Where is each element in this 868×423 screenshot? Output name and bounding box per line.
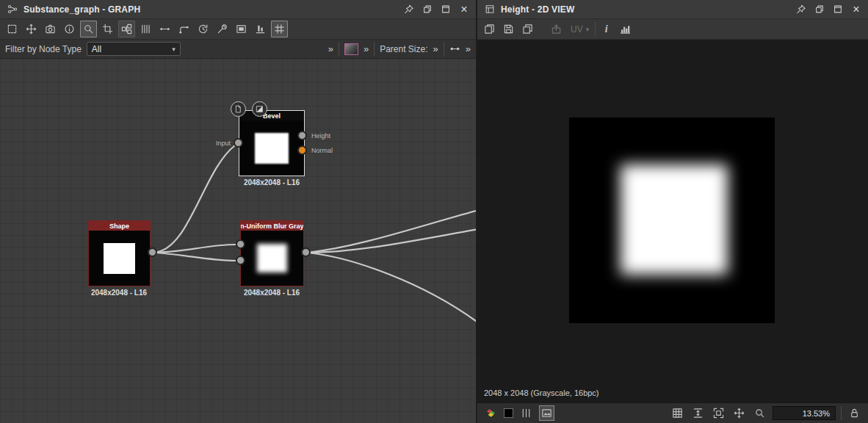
pin-icon[interactable] (404, 4, 414, 15)
bevel-input-label: Input (200, 140, 231, 147)
bevel-output-normal-dot[interactable] (297, 145, 307, 155)
zoom-input[interactable] (773, 406, 836, 420)
blur-input-map-dot[interactable] (236, 256, 245, 265)
close-icon[interactable]: × (851, 4, 861, 15)
filterbar-right-group: » » Parent Size: » » (328, 42, 471, 56)
overflow-chevron[interactable]: » (328, 43, 333, 54)
view-bottombar (477, 402, 868, 423)
pan-view-icon[interactable] (23, 21, 40, 37)
shape-caption: 2048x2048 - L16 (68, 289, 170, 297)
node-shape-title: Shape (89, 221, 150, 231)
link-display-icon[interactable] (118, 21, 135, 37)
grid-snap-icon[interactable] (271, 21, 288, 37)
separator (595, 22, 596, 36)
float-window-icon[interactable] (814, 4, 825, 15)
frame-select-icon[interactable] (4, 21, 21, 37)
node-bevel[interactable]: Bevel (239, 110, 305, 176)
lock-icon[interactable] (847, 405, 862, 421)
connection-elbow-icon[interactable] (176, 21, 192, 37)
blur-input-dot[interactable] (236, 239, 245, 249)
timing-icon[interactable] (195, 21, 211, 37)
node-info-icon[interactable] (61, 21, 78, 37)
background-color-swatch[interactable] (504, 408, 513, 418)
tiling-grid-icon[interactable] (670, 405, 685, 421)
bottombar-right-group (670, 405, 862, 421)
overflow-chevron[interactable]: » (433, 43, 438, 54)
fit-height-icon[interactable] (690, 405, 706, 421)
view-titlebar: Height - 2D VIEW × (477, 0, 868, 19)
blur-output-dot[interactable] (301, 247, 311, 257)
thumbnail-filter-icon[interactable] (344, 43, 358, 55)
graph-filterbar: Filter by Node Type All ▾ » » Parent Siz… (0, 40, 476, 59)
connection-dot-icon[interactable] (156, 21, 173, 37)
search-icon[interactable] (80, 21, 97, 37)
node-link-icon[interactable] (449, 43, 460, 54)
node-type-dropdown[interactable]: All ▾ (87, 42, 181, 56)
bevel-input-dot[interactable] (234, 138, 243, 148)
parent-size-label: Parent Size: (380, 44, 427, 54)
chevron-down-icon: ▾ (586, 26, 590, 33)
bevel-output-height-dot[interactable] (297, 131, 307, 140)
image-status-text: 2048 x 2048 (Grayscale, 16bpc) (484, 388, 599, 397)
node-blur-title: Non-Uniform Blur Grays... (241, 221, 303, 231)
close-icon[interactable]: × (459, 4, 469, 15)
fit-frame-icon[interactable] (711, 405, 726, 421)
maximize-icon[interactable] (441, 4, 451, 15)
separator (374, 42, 375, 56)
save-icon[interactable] (500, 21, 517, 37)
channel-columns-icon[interactable] (518, 405, 534, 421)
channels-layers-icon[interactable] (483, 405, 499, 421)
view-toolbar: UV ▾ i (477, 19, 868, 40)
substance-designer-app: Substance_graph - GRAPH × (0, 0, 868, 423)
bevel-caption: 2048x2048 - L16 (220, 178, 323, 187)
pan-icon[interactable] (731, 405, 747, 421)
float-window-icon[interactable] (422, 4, 433, 15)
height-texture-image[interactable] (569, 118, 775, 323)
separator (444, 42, 444, 56)
separator (841, 406, 842, 420)
separator (339, 42, 339, 56)
shape-output-dot[interactable] (148, 247, 157, 257)
overflow-chevron[interactable]: » (466, 43, 471, 54)
graph-canvas[interactable]: Bevel Input Height Normal 2048x2048 - L1… (0, 59, 476, 423)
chevron-down-icon: ▾ (172, 46, 176, 53)
node-shape[interactable]: Shape (88, 220, 151, 286)
pin-icon[interactable] (796, 4, 806, 15)
view-2d-viewport[interactable]: 2048 x 2048 (Grayscale, 16bpc) (477, 40, 868, 402)
tools-icon[interactable] (214, 21, 231, 37)
bevel-output-normal-label: Normal (311, 147, 333, 154)
graph-titlebar: Substance_graph - GRAPH × (0, 0, 476, 19)
column-align-icon[interactable] (137, 21, 154, 37)
view-2d-panel: Height - 2D VIEW × UV (476, 0, 868, 423)
view-window-controls: × (796, 4, 861, 15)
histogram-icon[interactable] (617, 21, 634, 37)
bevel-output-height-label: Height (311, 132, 330, 140)
view-panel-title: Height - 2D VIEW (501, 4, 575, 15)
zoom-indicator-icon[interactable] (752, 405, 767, 421)
copy-icon[interactable] (519, 21, 536, 37)
blurred-square-shape (621, 164, 728, 275)
info-icon[interactable]: i (598, 21, 615, 37)
export-icon[interactable] (548, 21, 565, 37)
image-display-icon[interactable] (539, 405, 554, 421)
new-view-icon[interactable] (481, 21, 498, 37)
filter-label: Filter by Node Type (5, 44, 82, 54)
blur-caption: 2048x2048 - L16 (220, 289, 323, 297)
uv-dropdown[interactable]: UV ▾ (567, 21, 593, 37)
level-align-icon[interactable] (252, 21, 269, 37)
thumbnail-display-icon[interactable] (233, 21, 250, 37)
crop-view-icon[interactable] (99, 21, 116, 37)
view-panel-icon (484, 4, 496, 15)
node-shape-thumbnail (89, 231, 150, 286)
node-non-uniform-blur[interactable]: Non-Uniform Blur Grays... (240, 220, 304, 286)
overflow-chevron[interactable]: » (364, 43, 369, 54)
node-bevel-thumbnail (239, 120, 304, 176)
node-type-dropdown-value: All (92, 44, 101, 54)
node-halfsquare-bubble-icon[interactable] (252, 101, 267, 117)
screenshot-icon[interactable] (42, 21, 59, 37)
node-params-bubble-icon[interactable] (231, 101, 246, 117)
maximize-icon[interactable] (833, 4, 843, 15)
graph-panel-icon (7, 4, 18, 15)
node-bevel-title: Bevel (239, 111, 304, 120)
node-blur-thumbnail (241, 231, 303, 286)
